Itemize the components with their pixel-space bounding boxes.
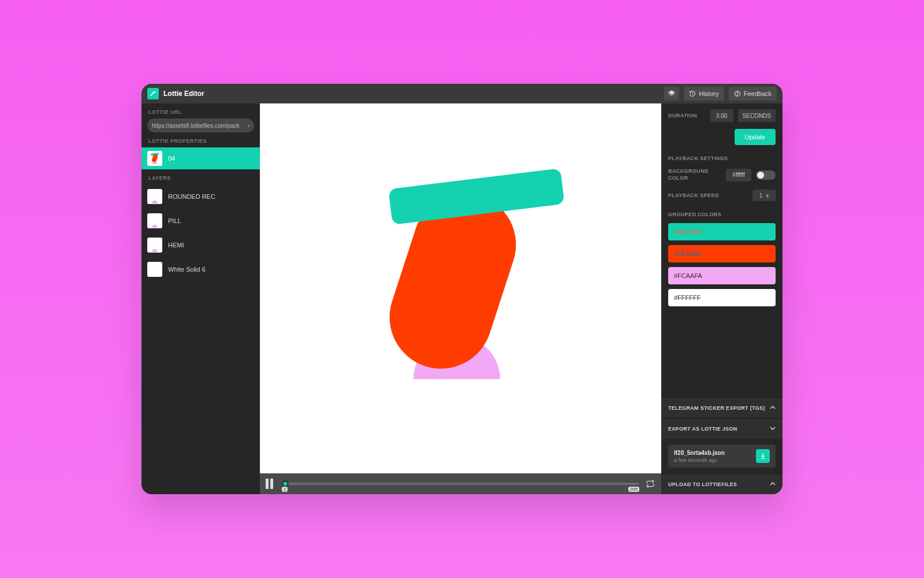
grouped-colors-label: GROUPED COLORS bbox=[668, 212, 776, 217]
lottie-url-value: https://assets8.lottiefiles.com/pack bbox=[152, 123, 240, 129]
feedback-label: Feedback bbox=[744, 90, 772, 97]
color-swatch[interactable]: #00DDB3 bbox=[668, 223, 776, 240]
chevron-right-icon: › bbox=[248, 123, 249, 129]
lottie-url-field[interactable]: https://assets8.lottiefiles.com/pack › bbox=[147, 118, 254, 132]
upload-section[interactable]: UPLOAD TO LOTTIEFILES bbox=[661, 473, 783, 494]
app-logo-icon bbox=[147, 88, 159, 99]
layer-thumb bbox=[147, 238, 162, 253]
layers-label: LAYERS bbox=[141, 169, 260, 184]
frame-start-badge: 1 bbox=[282, 487, 288, 492]
playback-speed-input[interactable]: 1 x bbox=[752, 190, 776, 201]
app-window: Lottie Editor History Feedback LOTTIE UR… bbox=[141, 84, 783, 494]
frame-end-badge: 205 bbox=[628, 487, 639, 492]
history-label: History bbox=[699, 90, 718, 97]
loop-button[interactable] bbox=[645, 479, 655, 489]
chevron-up-icon bbox=[770, 405, 776, 412]
center-area: 1 205 bbox=[260, 103, 661, 494]
export-file-name: lf20_5nrta4xb.json bbox=[674, 450, 725, 456]
preview-canvas bbox=[260, 103, 661, 473]
duration-label: DURATION bbox=[668, 113, 697, 118]
export-json-body: lf20_5nrta4xb.json a few seconds ago bbox=[661, 439, 783, 473]
bg-dark-toggle[interactable] bbox=[756, 171, 776, 180]
playback-settings-label: PLAYBACK SETTINGS bbox=[668, 155, 776, 161]
layer-row-white-solid[interactable]: White Solid 6 bbox=[141, 257, 260, 281]
color-swatch[interactable]: #FF3C00 bbox=[668, 245, 776, 262]
export-file-time: a few seconds ago bbox=[674, 457, 725, 463]
bg-color-input[interactable]: #ffffff bbox=[726, 169, 751, 181]
layer-label: HEMI bbox=[168, 242, 184, 249]
tgs-export-section[interactable]: TELEGRAM STICKER EXPORT (TGS) bbox=[661, 397, 783, 418]
layer-row-pill[interactable]: PILL bbox=[141, 209, 260, 233]
chevron-up-icon bbox=[770, 481, 776, 488]
lottie-property-row[interactable]: 04 bbox=[141, 147, 260, 169]
pause-button[interactable] bbox=[266, 479, 276, 489]
layer-label: White Solid 6 bbox=[168, 266, 206, 273]
chevron-down-icon bbox=[770, 425, 776, 432]
property-name: 04 bbox=[168, 155, 175, 162]
layer-thumb bbox=[147, 262, 162, 277]
topbar: Lottie Editor History Feedback bbox=[141, 84, 783, 103]
color-swatch[interactable]: #FFFFFF bbox=[668, 289, 776, 306]
layer-thumb bbox=[147, 213, 162, 228]
playback-bar: 1 205 bbox=[260, 473, 661, 494]
layer-row-hemi[interactable]: HEMI bbox=[141, 233, 260, 257]
svg-point-1 bbox=[737, 95, 737, 95]
playback-speed-label: PLAYBACK SPEED bbox=[668, 192, 719, 198]
export-file-card: lf20_5nrta4xb.json a few seconds ago bbox=[668, 444, 776, 468]
layer-row-rounded-rec[interactable]: ROUNDED REC bbox=[141, 184, 260, 209]
property-thumb bbox=[147, 151, 162, 166]
right-panel: DURATION 3.00 SECONDS Update PLAYBACK SE… bbox=[661, 103, 783, 494]
timeline-knob[interactable] bbox=[282, 481, 289, 487]
layers-toggle-button[interactable] bbox=[664, 87, 679, 101]
layer-thumb bbox=[147, 189, 162, 204]
duration-value-input[interactable]: 3.00 bbox=[710, 109, 733, 122]
update-button[interactable]: Update bbox=[735, 129, 776, 145]
color-swatch[interactable]: #FCAAFA bbox=[668, 267, 776, 284]
lottie-properties-label: LOTTIE PROPERTIES bbox=[141, 132, 260, 147]
timeline-slider[interactable]: 1 205 bbox=[282, 479, 639, 489]
app-title: Lottie Editor bbox=[163, 90, 204, 98]
feedback-button[interactable]: Feedback bbox=[729, 87, 777, 101]
download-button[interactable] bbox=[756, 449, 770, 463]
layer-label: ROUNDED REC bbox=[168, 193, 215, 200]
bg-color-label: BACKGROUND COLOR bbox=[668, 168, 711, 181]
duration-unit-select[interactable]: SECONDS bbox=[738, 109, 776, 122]
layer-label: PILL bbox=[168, 217, 181, 224]
history-button[interactable]: History bbox=[684, 87, 724, 101]
export-json-section[interactable]: EXPORT AS LOTTIE JSON bbox=[661, 418, 783, 439]
left-panel: LOTTIE URL https://assets8.lottiefiles.c… bbox=[141, 103, 260, 494]
lottie-url-label: LOTTIE URL bbox=[141, 103, 260, 118]
